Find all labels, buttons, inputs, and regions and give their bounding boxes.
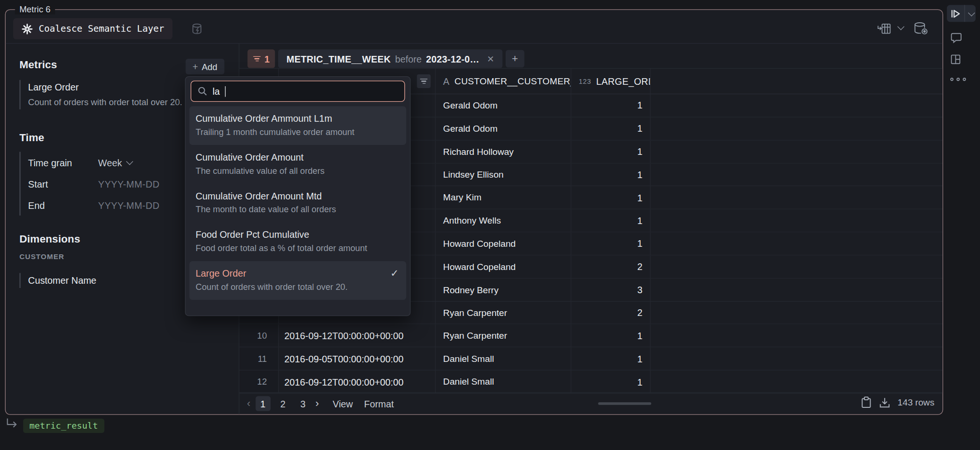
- customer-cell: Rodney Berry: [436, 279, 571, 301]
- page: Coalesce Semantic Layer: [0, 0, 980, 450]
- start-date-input[interactable]: YYYY-MM-DD: [98, 179, 160, 189]
- empty-cell: [651, 301, 943, 324]
- customer-cell: Daniel Small: [436, 348, 571, 370]
- empty-cell: [651, 117, 943, 140]
- copy-table-icon[interactable]: [861, 396, 872, 408]
- table-row: 12 2016-09-12T00:00:00+00:00 Daniel Smal…: [239, 370, 943, 394]
- measure-cell: 1: [571, 163, 650, 186]
- table-row: 11 2016-09-05T00:00:00+00:00 Daniel Smal…: [239, 348, 943, 371]
- run-cell-button[interactable]: [947, 9, 964, 18]
- format-menu-button[interactable]: Format: [364, 398, 394, 409]
- output-row: metric_result: [6, 417, 104, 433]
- customer-cell: Ryan Carpenter: [436, 324, 571, 347]
- page-button[interactable]: 1: [255, 396, 271, 411]
- measure-cell: 3: [571, 279, 650, 301]
- empty-cell: [651, 140, 943, 162]
- filter-lines-icon: [253, 54, 261, 63]
- plus-icon: +: [192, 61, 198, 72]
- output-variable-chip[interactable]: metric_result: [23, 419, 104, 433]
- filter-lines-icon: [420, 77, 427, 85]
- view-source-data-icon[interactable]: [913, 21, 929, 36]
- dimension-item[interactable]: Customer Name: [19, 273, 96, 288]
- time-grain-select[interactable]: Week: [98, 157, 131, 168]
- time-grain-row: Time grain Week: [28, 152, 194, 173]
- column-filter-button[interactable]: [417, 74, 431, 88]
- page-button[interactable]: 3: [295, 396, 310, 411]
- table-footer: ‹ 123 › View Format: [239, 392, 943, 414]
- measure-column-header[interactable]: 123 LARGE_ORDER: [571, 69, 650, 94]
- run-options-button[interactable]: [965, 11, 975, 16]
- empty-cell: [651, 233, 943, 255]
- empty-cell: [651, 209, 943, 232]
- filter-count-chip[interactable]: 1: [247, 49, 275, 68]
- next-page-button[interactable]: ›: [313, 397, 321, 410]
- page-button[interactable]: 2: [275, 396, 290, 411]
- customer-cell: Howard Copeland: [436, 255, 571, 278]
- customer-cell: Gerald Odom: [436, 117, 571, 140]
- end-label: End: [28, 199, 98, 210]
- time-start-row: Start YYYY-MM-DD: [28, 173, 194, 194]
- customer-column-header[interactable]: A CUSTOMER__CUSTOMER_NAME: [436, 69, 571, 94]
- date-cell: 2016-09-12T00:00:00+00:00: [279, 324, 436, 347]
- metric-option[interactable]: Cumulative Order Ammount L1m Trailing 1 …: [190, 106, 407, 145]
- table-options-chevron-icon[interactable]: [898, 23, 905, 30]
- number-type-icon: 123: [579, 78, 591, 85]
- row-number-cell: 10: [239, 324, 279, 347]
- customer-cell: Daniel Small: [436, 370, 571, 393]
- customer-cell: Gerald Odom: [436, 94, 571, 117]
- empty-cell: [651, 348, 943, 370]
- metric-option[interactable]: Cumulative Order Amount The cumulative v…: [190, 145, 407, 184]
- more-options-button[interactable]: [950, 75, 980, 81]
- measure-cell: 2: [571, 255, 650, 278]
- customer-cell: Howard Copeland: [436, 233, 571, 255]
- measure-cell: 1: [571, 233, 650, 255]
- text-type-icon: A: [443, 76, 449, 86]
- end-date-input[interactable]: YYYY-MM-DD: [98, 199, 160, 210]
- measure-cell: 1: [571, 117, 650, 140]
- horizontal-scrollbar[interactable]: [598, 402, 651, 405]
- measure-cell: 1: [571, 348, 650, 370]
- metric-search-input[interactable]: la: [191, 81, 405, 102]
- empty-cell: [651, 255, 943, 278]
- filter-pill[interactable]: METRIC_TIME__WEEK before 2023-12-0… ✕: [278, 49, 502, 68]
- source-chip[interactable]: Coalesce Semantic Layer: [13, 18, 172, 39]
- row-count-label: 143 rows: [898, 397, 935, 407]
- measure-cell: 1: [571, 94, 650, 117]
- date-cell: 2016-09-05T00:00:00+00:00: [279, 348, 436, 370]
- prev-page-button[interactable]: ‹: [245, 397, 253, 410]
- comment-button[interactable]: [950, 32, 980, 44]
- empty-cell: [651, 370, 943, 393]
- send-to-table-icon[interactable]: [877, 22, 892, 36]
- search-query: la: [212, 86, 219, 96]
- filter-bar: 1 METRIC_TIME__WEEK before 2023-12-0… ✕ …: [247, 49, 524, 68]
- measure-cell: 2: [571, 301, 650, 324]
- date-cell: 2016-09-12T00:00:00+00:00: [279, 370, 436, 393]
- view-menu-button[interactable]: View: [333, 398, 353, 409]
- customer-cell: Richard Holloway: [436, 140, 571, 162]
- row-number-cell: 11: [239, 348, 279, 370]
- metric-options-list: Cumulative Order Ammount L1m Trailing 1 …: [186, 106, 410, 300]
- metric-option[interactable]: Large Order Count of orders with order t…: [190, 261, 407, 300]
- metric-option[interactable]: Food Order Pct Cumulative Food order tot…: [190, 223, 407, 261]
- pagination: ‹ 123 › View Format: [245, 396, 394, 411]
- metric-search-dropdown: la Cumulative Order Ammount L1m Trailing…: [185, 76, 410, 316]
- time-heading: Time: [19, 132, 44, 144]
- measure-cell: 1: [571, 324, 650, 347]
- metric-option[interactable]: Cumulative Order Amount Mtd The month to…: [190, 184, 407, 223]
- remove-filter-icon[interactable]: ✕: [487, 54, 494, 63]
- footer-actions: 143 rows: [861, 396, 934, 408]
- empty-cell: [651, 94, 943, 117]
- customer-cell: Mary Kim: [436, 187, 571, 209]
- add-filter-button[interactable]: +: [506, 50, 525, 68]
- measure-cell: 1: [571, 187, 650, 209]
- chevron-down-icon: [126, 158, 133, 165]
- metrics-heading: Metrics: [19, 59, 57, 71]
- time-grain-label: Time grain: [28, 157, 98, 168]
- run-button-group: [947, 5, 976, 22]
- text-cursor: [225, 86, 226, 96]
- download-icon[interactable]: [879, 396, 891, 408]
- empty-cell: [651, 324, 943, 347]
- layout-button[interactable]: [950, 54, 980, 65]
- add-metric-button[interactable]: + Add: [186, 59, 224, 74]
- row-number-cell: 12: [239, 370, 279, 393]
